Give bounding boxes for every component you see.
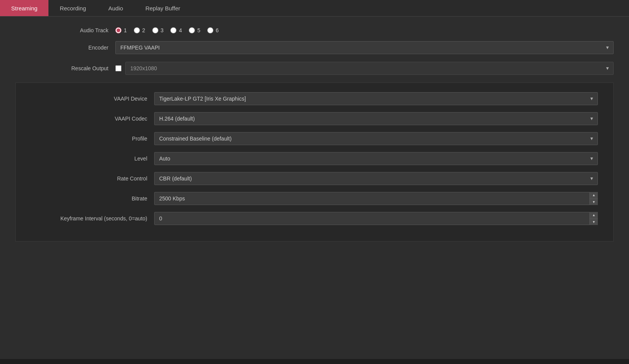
audio-track-label: Audio Track [15, 27, 115, 33]
audio-track-radio-1[interactable] [115, 27, 121, 33]
bitrate-input-wrapper: 2500 Kbps ▲ ▼ [154, 192, 598, 205]
vaapi-device-select[interactable]: TigerLake-LP GT2 [Iris Xe Graphics] [154, 92, 598, 105]
audio-track-label-1: 1 [124, 27, 127, 33]
tab-audio[interactable]: Audio [97, 0, 134, 16]
encoder-label: Encoder [15, 45, 115, 51]
audio-track-5[interactable]: 5 [189, 27, 200, 33]
level-label: Level [16, 156, 154, 162]
keyframe-decrement-button[interactable]: ▼ [590, 219, 598, 225]
profile-row: Profile Constrained Baseline (default) B… [16, 132, 598, 145]
vaapi-codec-row: VAAPI Codec H.264 (default) H.265 VP8 VP… [16, 112, 598, 125]
keyframe-interval-row: Keyframe Interval (seconds, 0=auto) 0 ▲ … [16, 212, 598, 225]
vaapi-device-row: VAAPI Device TigerLake-LP GT2 [Iris Xe G… [16, 92, 598, 105]
keyframe-interval-label: Keyframe Interval (seconds, 0=auto) [16, 215, 154, 222]
keyframe-interval-input[interactable]: 0 [154, 212, 598, 225]
tabs-bar: Streaming Recording Audio Replay Buffer [0, 0, 629, 17]
keyframe-increment-button[interactable]: ▲ [590, 212, 598, 219]
bitrate-decrement-button[interactable]: ▼ [590, 199, 598, 205]
rate-control-select-wrapper: CBR (default) VBR CQP ICQ QVBR ▼ [154, 172, 598, 185]
bitrate-input[interactable]: 2500 Kbps [154, 192, 598, 205]
bitrate-spin-arrows: ▲ ▼ [589, 192, 598, 205]
level-select[interactable]: Auto 3.0 3.1 4.0 4.1 4.2 5.0 5.1 [154, 152, 598, 165]
encoder-select-wrapper: FFMPEG VAAPI x264 x265 NVENC AMF ▼ [115, 41, 614, 54]
content-area: Audio Track 1 2 3 4 5 [0, 17, 629, 359]
profile-select-wrapper: Constrained Baseline (default) Baseline … [154, 132, 598, 145]
encoder-row: Encoder FFMPEG VAAPI x264 x265 NVENC AMF… [15, 41, 614, 54]
audio-track-label-6: 6 [216, 27, 219, 33]
audio-track-radio-4[interactable] [170, 27, 176, 33]
profile-label: Profile [16, 136, 154, 142]
bitrate-label: Bitrate [16, 195, 154, 202]
profile-select[interactable]: Constrained Baseline (default) Baseline … [154, 132, 598, 145]
vaapi-device-select-wrapper: TigerLake-LP GT2 [Iris Xe Graphics] ▼ [154, 92, 598, 105]
audio-track-radio-3[interactable] [152, 27, 158, 33]
audio-track-1[interactable]: 1 [115, 27, 127, 33]
keyframe-interval-input-wrapper: 0 ▲ ▼ [154, 212, 598, 225]
tab-recording[interactable]: Recording [48, 0, 97, 16]
rescale-output-checkbox[interactable] [115, 65, 121, 71]
audio-track-2[interactable]: 2 [134, 27, 145, 33]
bitrate-increment-button[interactable]: ▲ [590, 192, 598, 199]
vaapi-codec-select-wrapper: H.264 (default) H.265 VP8 VP9 AV1 ▼ [154, 112, 598, 125]
audio-track-label-5: 5 [197, 27, 200, 33]
audio-track-radio-2[interactable] [134, 27, 140, 33]
audio-track-radio-group: 1 2 3 4 5 6 [115, 27, 219, 33]
bitrate-row: Bitrate 2500 Kbps ▲ ▼ [16, 192, 598, 205]
keyframe-spin-arrows: ▲ ▼ [589, 212, 598, 225]
rescale-output-select-wrapper: 1920x1080 1280x720 1366x768 2560x1440 38… [125, 62, 614, 75]
audio-track-4[interactable]: 4 [170, 27, 182, 33]
encoder-select[interactable]: FFMPEG VAAPI x264 x265 NVENC AMF [115, 41, 614, 54]
rate-control-row: Rate Control CBR (default) VBR CQP ICQ Q… [16, 172, 598, 185]
vaapi-settings-panel: VAAPI Device TigerLake-LP GT2 [Iris Xe G… [15, 83, 614, 242]
audio-track-label-3: 3 [161, 27, 164, 33]
vaapi-device-label: VAAPI Device [16, 96, 154, 102]
audio-track-radio-6[interactable] [207, 27, 213, 33]
vaapi-codec-select[interactable]: H.264 (default) H.265 VP8 VP9 AV1 [154, 112, 598, 125]
rate-control-select[interactable]: CBR (default) VBR CQP ICQ QVBR [154, 172, 598, 185]
vaapi-codec-label: VAAPI Codec [16, 116, 154, 122]
audio-track-6[interactable]: 6 [207, 27, 219, 33]
rate-control-label: Rate Control [16, 175, 154, 182]
rescale-output-row: Rescale Output 1920x1080 1280x720 1366x7… [15, 62, 614, 75]
audio-track-3[interactable]: 3 [152, 27, 164, 33]
level-row: Level Auto 3.0 3.1 4.0 4.1 4.2 5.0 5.1 ▼ [16, 152, 598, 165]
audio-track-row: Audio Track 1 2 3 4 5 [15, 27, 614, 33]
rescale-output-label: Rescale Output [15, 65, 115, 71]
tab-replay-buffer[interactable]: Replay Buffer [134, 0, 191, 16]
rescale-output-select[interactable]: 1920x1080 1280x720 1366x768 2560x1440 38… [125, 62, 614, 75]
audio-track-label-4: 4 [179, 27, 182, 33]
audio-track-radio-5[interactable] [189, 27, 195, 33]
rescale-checkbox-wrapper [115, 65, 121, 71]
audio-track-label-2: 2 [142, 27, 145, 33]
tab-streaming[interactable]: Streaming [0, 0, 48, 16]
level-select-wrapper: Auto 3.0 3.1 4.0 4.1 4.2 5.0 5.1 ▼ [154, 152, 598, 165]
